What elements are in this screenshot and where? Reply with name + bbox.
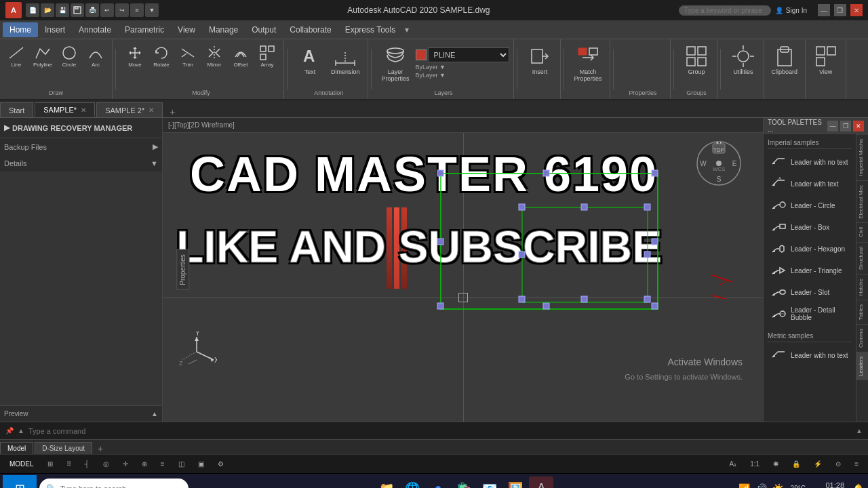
system-clock[interactable]: 01:28 23/09/2023 xyxy=(814,481,844,489)
tp-leader-detail-bubble[interactable]: Leader - Detail Bubble xyxy=(768,303,852,325)
ribbon-toggle[interactable]: ▾ xyxy=(405,25,409,35)
redo-icon[interactable]: ↪ xyxy=(115,3,129,17)
status-annotation[interactable]: A₁ xyxy=(726,459,741,469)
command-line[interactable]: 📌 ▲ ▲ xyxy=(0,422,868,439)
bottom-tab-model[interactable]: Model xyxy=(0,442,33,454)
status-otrack[interactable]: ⊕ xyxy=(138,459,151,469)
view-button[interactable]: View xyxy=(810,42,842,77)
canvas-content[interactable]: CAD MASTER 6190 LIKE AND SUBSCRIBE xyxy=(163,133,763,422)
tab-sample1[interactable]: SAMPLE* ✕ xyxy=(35,102,95,117)
tp-leader-with-text[interactable]: A Leader with text xyxy=(768,173,852,195)
taskbar-mail[interactable]: 📧 xyxy=(477,476,502,489)
tp-leader-circle[interactable]: Leader - Circle xyxy=(768,195,852,216)
new-icon[interactable]: 📄 xyxy=(26,3,39,17)
layer-properties-button[interactable]: LayerProperties xyxy=(378,42,413,84)
matchprop-button[interactable]: MatchProperties xyxy=(571,42,606,84)
polyline-button[interactable]: Polyline xyxy=(31,42,55,70)
tp-tab-imperial-mecha[interactable]: Imperial Mecha xyxy=(856,134,868,180)
sign-in-area[interactable]: 👤Sign In xyxy=(775,7,807,14)
tab-start[interactable]: Start xyxy=(0,102,33,117)
command-input[interactable] xyxy=(28,427,856,435)
bottom-tab-add[interactable]: + xyxy=(94,443,107,454)
menu-collaborate[interactable]: Collaborate xyxy=(283,22,338,37)
arc-button[interactable]: Arc xyxy=(83,42,108,70)
properties-side-tab[interactable]: Properties xyxy=(176,249,189,290)
taskbar-search-input[interactable] xyxy=(60,485,162,489)
clipboard-button[interactable]: Clipboard xyxy=(768,42,802,77)
status-transparency[interactable]: ◫ xyxy=(174,459,189,469)
canvas-area[interactable]: [-][Top][2D Wireframe] CAD MASTER 6190 L… xyxy=(163,118,763,422)
workspace-icon[interactable]: ≡ xyxy=(130,3,144,17)
save-icon[interactable]: 💾 xyxy=(56,3,69,17)
saveas-icon[interactable] xyxy=(71,3,84,17)
cmd-expand-icon[interactable]: ▲ xyxy=(856,427,863,434)
menu-view[interactable]: View xyxy=(171,22,202,37)
tp-min[interactable]: — xyxy=(827,121,838,131)
move-button[interactable]: Move xyxy=(123,42,147,70)
details-title[interactable]: Details ▼ xyxy=(4,158,158,169)
tp-tab-civil[interactable]: Civil xyxy=(856,222,868,241)
status-snap[interactable]: ⠿ xyxy=(62,459,75,469)
mirror-button[interactable]: Mirror xyxy=(202,42,226,70)
tray-weather[interactable]: ☀️ xyxy=(771,482,785,489)
tp-tab-tables[interactable]: Tables xyxy=(856,300,868,324)
tp-tab-structural[interactable]: Structural xyxy=(856,242,868,274)
taskbar-autocad[interactable]: A xyxy=(529,476,553,489)
group-button[interactable]: Group xyxy=(681,42,712,77)
taskbar-file-explorer[interactable]: 📁 xyxy=(374,476,399,489)
tp-tab-hatche[interactable]: Hatche xyxy=(856,274,868,300)
offset-button[interactable]: Offset xyxy=(229,42,253,70)
status-dwg[interactable]: ⚙ xyxy=(214,459,228,469)
menu-express-tools[interactable]: Express Tools xyxy=(338,22,402,37)
tp-leader-triangle[interactable]: Leader - Triangle xyxy=(768,260,852,281)
search-bar[interactable] xyxy=(679,5,771,16)
start-button[interactable]: ⊞ xyxy=(3,475,37,489)
status-lock[interactable]: 🔒 xyxy=(788,459,804,469)
status-customize[interactable]: ≡ xyxy=(850,459,863,469)
tp-leader-hexagon[interactable]: Leader - Hexagon xyxy=(768,238,852,260)
new-tab-button[interactable]: + xyxy=(164,106,180,117)
tab-sample2[interactable]: SAMPLE 2* ✕ xyxy=(96,102,163,117)
status-hardware[interactable]: ⚡ xyxy=(810,459,826,469)
tp-tab-electrical[interactable]: Electrical Mec xyxy=(856,180,868,223)
menu-annotate[interactable]: Annotate xyxy=(72,22,118,37)
taskbar-store[interactable]: 🛍️ xyxy=(452,476,476,489)
notification-icon[interactable]: 🔔 xyxy=(851,482,865,489)
rotate-button[interactable]: Rotate xyxy=(149,42,174,70)
dimension-button[interactable]: Dimension xyxy=(328,42,363,77)
tray-network[interactable]: 📶 xyxy=(737,482,751,489)
status-isolate[interactable]: ⊙ xyxy=(831,459,845,469)
menu-manage[interactable]: Manage xyxy=(202,22,245,37)
menu-home[interactable]: Home xyxy=(3,22,38,37)
tp-tab-comma[interactable]: Comma xyxy=(856,324,868,352)
bottom-tab-layout[interactable]: D-Size Layout xyxy=(35,442,92,454)
open-icon[interactable]: 📂 xyxy=(41,3,54,17)
tp-leader-no-text-metric[interactable]: Leader with no text xyxy=(768,344,852,366)
status-lineweight[interactable]: ≡ xyxy=(157,459,169,469)
taskbar-edge[interactable]: 🌐 xyxy=(400,476,425,489)
dropdown-icon[interactable]: ▼ xyxy=(145,3,159,17)
close-button[interactable]: ✕ xyxy=(850,4,863,16)
tp-leader-box[interactable]: Leader - Box xyxy=(768,216,852,238)
taskbar-photos[interactable]: 🖼️ xyxy=(503,476,528,489)
status-model[interactable]: MODEL xyxy=(5,459,38,469)
restore-button[interactable]: ❐ xyxy=(834,4,846,16)
tab-sample1-close[interactable]: ✕ xyxy=(81,106,86,114)
trim-button[interactable]: Trim xyxy=(176,42,200,70)
menu-insert[interactable]: Insert xyxy=(38,22,72,37)
keyword-input[interactable] xyxy=(684,7,766,14)
tp-leader-no-text[interactable]: Leader with no text xyxy=(768,151,852,173)
tray-volume[interactable]: 🔊 xyxy=(754,482,768,489)
status-ortho[interactable]: ┤ xyxy=(81,459,94,469)
status-snap2[interactable]: ✛ xyxy=(119,459,132,469)
tp-close[interactable]: ✕ xyxy=(853,121,864,131)
print-icon[interactable]: 🖨️ xyxy=(85,3,99,17)
tp-restore[interactable]: ❐ xyxy=(840,121,851,131)
insert-button[interactable]: Insert xyxy=(524,42,555,77)
status-scale[interactable]: 1:1 xyxy=(746,459,764,469)
status-grid[interactable]: ⊞ xyxy=(43,459,57,469)
minimize-button[interactable]: — xyxy=(818,4,830,16)
array-button[interactable]: Array xyxy=(255,42,279,70)
undo-icon[interactable]: ↩ xyxy=(100,3,114,17)
tp-leader-slot[interactable]: Leader - Slot xyxy=(768,281,852,303)
